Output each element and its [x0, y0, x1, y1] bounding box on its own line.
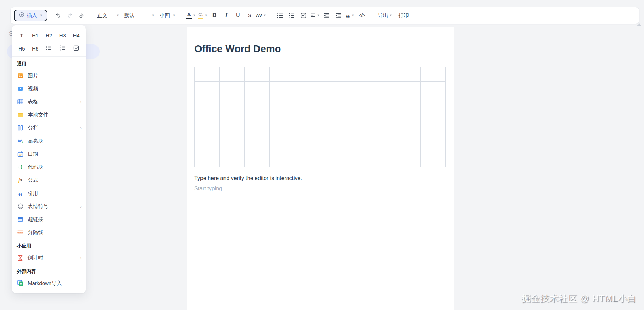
editor-placeholder[interactable]: Start typing... [194, 186, 227, 192]
undo-button[interactable] [53, 10, 64, 21]
quick-h1-button[interactable]: H1 [28, 29, 42, 42]
table-cell[interactable] [245, 153, 270, 167]
table-cell[interactable] [220, 81, 245, 96]
quick-h4-button[interactable]: H4 [69, 29, 83, 42]
align-button[interactable]: ▼ [310, 10, 321, 21]
table-cell[interactable] [195, 139, 220, 153]
print-button[interactable]: 打印 [396, 10, 412, 21]
table-cell[interactable] [345, 139, 370, 153]
table-cell[interactable] [395, 139, 420, 153]
table-cell[interactable] [370, 139, 395, 153]
table-cell[interactable] [345, 81, 370, 96]
table-cell[interactable] [295, 96, 320, 110]
redo-button[interactable] [65, 10, 76, 21]
letter-spacing-button[interactable]: AV ▼ [256, 10, 267, 21]
clear-format-eraser-icon[interactable] [76, 10, 87, 21]
table-cell[interactable] [395, 110, 420, 124]
table-cell[interactable] [345, 124, 370, 139]
table-cell[interactable] [320, 67, 345, 82]
table-cell[interactable] [245, 96, 270, 110]
table-cell[interactable] [370, 153, 395, 167]
font-family-select[interactable]: 默认 ▼ [122, 10, 157, 21]
quick-h6-button[interactable]: H6 [28, 42, 42, 55]
ordered-list-button[interactable] [286, 10, 297, 21]
table-cell[interactable] [345, 96, 370, 110]
quick-text-button[interactable]: T [15, 29, 28, 42]
menu-item-code-block[interactable]: 代码块 [12, 160, 86, 174]
table-cell[interactable] [220, 124, 245, 139]
table-cell[interactable] [420, 124, 445, 139]
menu-item-formula[interactable]: fx 公式 [12, 174, 86, 187]
italic-button[interactable]: I [221, 10, 232, 21]
font-size-select[interactable]: 小四 ▼ [158, 10, 178, 21]
table-cell[interactable] [395, 67, 420, 82]
quick-h5-button[interactable]: H5 [15, 42, 28, 55]
table-cell[interactable] [245, 81, 270, 96]
table-cell[interactable] [320, 81, 345, 96]
table-cell[interactable] [395, 81, 420, 96]
table-cell[interactable] [370, 110, 395, 124]
table-cell[interactable] [220, 153, 245, 167]
table-cell[interactable] [420, 81, 445, 96]
table-cell[interactable] [220, 110, 245, 124]
menu-item-columns[interactable]: 分栏 › [12, 121, 86, 134]
table-cell[interactable] [270, 67, 295, 82]
outdent-button[interactable] [321, 10, 332, 21]
table-cell[interactable] [395, 153, 420, 167]
strikethrough-button[interactable]: S [244, 10, 255, 21]
table-cell[interactable] [270, 153, 295, 167]
menu-item-emoji[interactable]: 表情符号 › [12, 200, 86, 213]
table-cell[interactable] [320, 124, 345, 139]
export-button[interactable]: 导出 ▼ [375, 10, 395, 21]
table-cell[interactable] [195, 96, 220, 110]
menu-item-image[interactable]: 图片 [12, 69, 86, 82]
table-cell[interactable] [220, 96, 245, 110]
table-cell[interactable] [370, 81, 395, 96]
table-cell[interactable] [195, 81, 220, 96]
table-cell[interactable] [395, 96, 420, 110]
table-cell[interactable] [420, 139, 445, 153]
menu-item-table[interactable]: 表格 › [12, 95, 86, 108]
table-cell[interactable] [195, 110, 220, 124]
bold-button[interactable]: B [209, 10, 220, 21]
table-cell[interactable] [295, 110, 320, 124]
table-cell[interactable] [320, 139, 345, 153]
task-list-button[interactable] [298, 10, 309, 21]
table-cell[interactable] [295, 67, 320, 82]
menu-item-hyperlink[interactable]: 超链接 [12, 213, 86, 226]
table-cell[interactable] [245, 124, 270, 139]
menu-item-date[interactable]: 日期 [12, 147, 86, 160]
scrollbar-up-arrow-icon[interactable] [637, 23, 641, 26]
table-cell[interactable] [345, 67, 370, 82]
menu-item-local-file[interactable]: 本地文件 [12, 108, 86, 121]
menu-item-highlight-block[interactable]: 高亮块 [12, 134, 86, 147]
table-cell[interactable] [420, 67, 445, 82]
menu-item-countdown[interactable]: 倒计时 › [12, 251, 86, 264]
table-cell[interactable] [345, 153, 370, 167]
table-cell[interactable] [195, 124, 220, 139]
menu-item-quote[interactable]: “ 引用 [12, 187, 86, 200]
document-paragraph[interactable]: Type here and verify the editor is inter… [194, 175, 302, 181]
table-cell[interactable] [270, 139, 295, 153]
table-cell[interactable] [295, 124, 320, 139]
table-cell[interactable] [270, 110, 295, 124]
table-cell[interactable] [245, 110, 270, 124]
table-cell[interactable] [245, 67, 270, 82]
quick-h2-button[interactable]: H2 [42, 29, 56, 42]
highlight-color-button[interactable]: ▼ [197, 10, 208, 21]
table-cell[interactable] [320, 96, 345, 110]
table-cell[interactable] [370, 124, 395, 139]
quick-task-list-button[interactable] [69, 42, 83, 55]
table-cell[interactable] [320, 153, 345, 167]
table-cell[interactable] [345, 110, 370, 124]
table-cell[interactable] [420, 110, 445, 124]
paragraph-style-select[interactable]: 正文 ▼ [95, 10, 122, 21]
quick-h3-button[interactable]: H3 [56, 29, 69, 42]
table-cell[interactable] [295, 139, 320, 153]
quick-ordered-list-button[interactable] [56, 42, 69, 55]
table-cell[interactable] [370, 96, 395, 110]
indent-button[interactable] [333, 10, 344, 21]
table-cell[interactable] [420, 96, 445, 110]
font-color-button[interactable]: A ▼ [186, 10, 197, 21]
insert-button[interactable]: 插入 ▼ [14, 10, 47, 21]
